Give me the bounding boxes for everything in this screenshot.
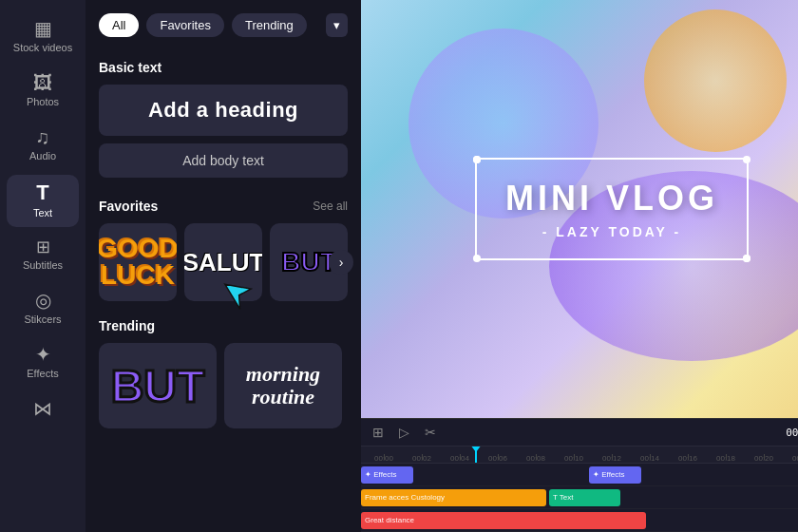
panel-tabs: All Favorites Trending ▾ [86, 0, 361, 47]
tl-split-icon[interactable]: ✂ [421, 423, 440, 442]
ruler-mark-1: 00:02 [403, 454, 441, 463]
add-heading-button[interactable]: Add a heading [99, 85, 348, 136]
favorites-grid: GOODLUCK SALUT BUT › [99, 223, 348, 301]
add-body-button[interactable]: Add body text [99, 143, 348, 178]
stickers-icon: ◎ [35, 291, 51, 310]
ruler-mark-8: 00:16 [669, 454, 707, 463]
sidebar-item-effects[interactable]: ✦ Effects [7, 337, 79, 388]
sidebar-label-text: Text [33, 207, 52, 219]
canvas-preview[interactable]: MINI VLOG - LAZY TODAY - [361, 0, 798, 418]
sidebar-label-effects: Effects [27, 368, 58, 380]
favorites-section-title: Favorites [99, 199, 158, 214]
sidebar-item-subtitles[interactable]: ⊞ Subtitles [7, 231, 79, 279]
basic-text-section-title: Basic text [99, 60, 348, 75]
canvas-subtitle-text: - LAZY TODAY - [505, 224, 718, 239]
text-panel: All Favorites Trending ▾ Basic text Add … [86, 0, 361, 532]
effects-icon: ✦ [35, 345, 51, 364]
sidebar-item-text[interactable]: T Text [7, 175, 79, 227]
morning-routine-text: morningroutine [246, 363, 320, 408]
track-row-frame: Frame acces Custology T Text [361, 486, 798, 509]
tab-all[interactable]: All [99, 13, 139, 37]
ruler-marks: 00:00 00:02 00:04 00:06 00:08 00:10 00:1… [361, 446, 798, 463]
ruler-mark-10: 00:20 [745, 454, 783, 463]
track-row-effects1: ✦ Effects ✦ Effects [361, 464, 798, 486]
text-icon: T [36, 182, 48, 203]
clip-great[interactable]: Great distance [361, 512, 646, 529]
sidebar-label-photos: Photos [27, 96, 59, 108]
favorites-section-header: Favorites See all [99, 199, 348, 214]
track-content-effects1: ✦ Effects ✦ Effects [361, 466, 798, 484]
sidebar-label-audio: Audio [29, 150, 56, 162]
sidebar: ▦ Stock videos 🖼 Photos ♫ Audio T Text ⊞… [0, 0, 86, 532]
ruler-mark-7: 00:14 [631, 454, 669, 463]
sidebar-label-stock-videos: Stock videos [13, 42, 72, 54]
tl-timecode: 00:02 00:56 [786, 427, 798, 439]
ruler-mark-0: 00:00 [365, 454, 403, 463]
good-luck-text: GOODLUCK [99, 236, 177, 289]
timeline: ⊞ ▷ ✂ 00:02 00:56 00:00 00:02 00:04 00:0… [361, 418, 798, 532]
corner-handle-tr[interactable] [743, 156, 750, 163]
corner-handle-bl[interactable] [473, 255, 481, 262]
sidebar-item-stock-videos[interactable]: ▦ Stock videos [7, 11, 79, 62]
selected-text-box[interactable]: MINI VLOG - LAZY TODAY - [475, 158, 749, 260]
ruler-mark-3: 00:06 [479, 454, 517, 463]
sidebar-label-subtitles: Subtitles [23, 259, 63, 272]
photos-icon: 🖼 [33, 73, 52, 92]
clip-effects1[interactable]: ✦ Effects [361, 466, 413, 484]
clip-text[interactable]: T Text [549, 489, 620, 506]
playhead[interactable] [475, 446, 477, 463]
sidebar-item-audio[interactable]: ♫ Audio [7, 120, 79, 170]
transitions-icon: ⋈ [33, 399, 52, 418]
canvas-title-text: MINI VLOG [505, 179, 718, 218]
ruler-mark-5: 00:10 [555, 454, 593, 463]
trending-but-text: BUT [111, 360, 205, 412]
ruler-mark-4: 00:08 [517, 454, 555, 463]
salut-text: SALUT [184, 248, 262, 277]
sidebar-item-stickers[interactable]: ◎ Stikcers [7, 283, 79, 333]
sticker-salut[interactable]: SALUT [184, 223, 262, 301]
ruler-mark-9: 00:18 [707, 454, 745, 463]
trending-grid: BUT morningroutine [99, 343, 348, 428]
corner-handle-br[interactable] [743, 255, 750, 262]
timeline-toolbar: ⊞ ▷ ✂ 00:02 00:56 [361, 419, 798, 446]
sidebar-label-stickers: Stikcers [24, 314, 61, 326]
tl-current-time: 00:02 [786, 427, 798, 439]
audio-icon: ♫ [36, 127, 50, 146]
timeline-ruler: 00:00 00:02 00:04 00:06 00:08 00:10 00:1… [361, 446, 798, 464]
trending-morning-routine[interactable]: morningroutine [224, 343, 342, 428]
ruler-mark-6: 00:12 [593, 454, 631, 463]
see-all-favorites[interactable]: See all [313, 200, 348, 213]
canvas-area: MINI VLOG - LAZY TODAY - ⊞ ▷ ✂ 00:02 00:… [361, 0, 798, 532]
corner-handle-tl[interactable] [473, 156, 481, 163]
stock-videos-icon: ▦ [34, 19, 52, 38]
favorites-next-button[interactable]: › [329, 250, 353, 275]
trending-section-title: Trending [99, 318, 348, 333]
track-content-great: Great distance [361, 512, 798, 529]
clip-effects2[interactable]: ✦ Effects [589, 466, 641, 484]
panel-content: Basic text Add a heading Add body text F… [86, 47, 361, 532]
track-content-frame: Frame acces Custology T Text [361, 489, 798, 506]
ruler-mark-2: 00:04 [441, 454, 479, 463]
track-row-great: Great distance [361, 509, 798, 532]
tl-play-icon[interactable]: ▷ [395, 423, 413, 442]
trending-but[interactable]: BUT [99, 343, 217, 428]
sticker-good-luck[interactable]: GOODLUCK [99, 223, 177, 301]
timeline-tracks: ✦ Effects ✦ Effects Frame acces Custolog… [361, 464, 798, 532]
sidebar-item-photos[interactable]: 🖼 Photos [7, 66, 79, 116]
bg-blob-2 [644, 10, 787, 152]
tab-trending[interactable]: Trending [232, 13, 307, 37]
clip-frame[interactable]: Frame acces Custology [361, 489, 546, 506]
tab-favorites[interactable]: Favorites [146, 13, 223, 37]
subtitles-icon: ⊞ [36, 238, 50, 256]
sidebar-item-transitions[interactable]: ⋈ [7, 391, 79, 426]
tab-more-button[interactable]: ▾ [326, 13, 348, 37]
tl-rewind-icon[interactable]: ⊞ [369, 423, 388, 442]
ruler-mark-11: 00:22 [783, 454, 798, 463]
